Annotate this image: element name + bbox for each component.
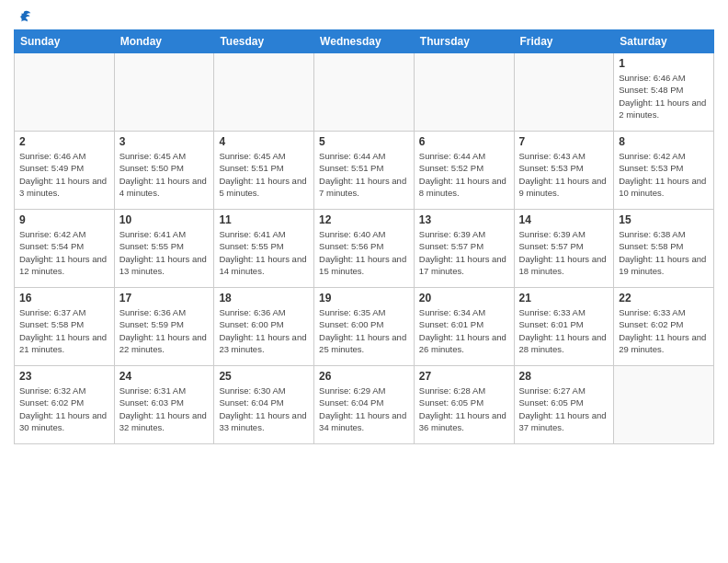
day-number: 27: [419, 370, 509, 383]
day-number: 18: [219, 292, 309, 304]
calendar-cell: [15, 53, 115, 132]
calendar-cell: 27Sunrise: 6:28 AM Sunset: 6:05 PM Dayli…: [414, 366, 514, 444]
day-number: 9: [19, 213, 109, 226]
day-info: Sunrise: 6:33 AM Sunset: 6:01 PM Dayligh…: [519, 306, 609, 355]
day-number: 4: [219, 135, 309, 148]
day-info: Sunrise: 6:46 AM Sunset: 5:48 PM Dayligh…: [619, 72, 709, 121]
day-info: Sunrise: 6:45 AM Sunset: 5:50 PM Dayligh…: [119, 150, 210, 199]
calendar-cell: [514, 53, 614, 132]
weekday-header-saturday: Saturday: [614, 30, 714, 53]
calendar-week-row: 23Sunrise: 6:32 AM Sunset: 6:02 PM Dayli…: [15, 366, 714, 444]
day-number: 20: [419, 292, 509, 304]
day-info: Sunrise: 6:41 AM Sunset: 5:55 PM Dayligh…: [219, 228, 309, 277]
day-number: 22: [619, 292, 709, 304]
day-info: Sunrise: 6:32 AM Sunset: 6:02 PM Dayligh…: [19, 385, 109, 433]
day-number: 13: [419, 213, 509, 226]
calendar-cell: 9Sunrise: 6:42 AM Sunset: 5:54 PM Daylig…: [15, 210, 115, 288]
calendar-cell: 28Sunrise: 6:27 AM Sunset: 6:05 PM Dayli…: [514, 366, 614, 444]
logo: [14, 9, 32, 26]
calendar-cell: 24Sunrise: 6:31 AM Sunset: 6:03 PM Dayli…: [114, 366, 214, 444]
day-number: 7: [519, 135, 609, 148]
calendar-cell: 13Sunrise: 6:39 AM Sunset: 5:57 PM Dayli…: [414, 210, 514, 288]
day-info: Sunrise: 6:28 AM Sunset: 6:05 PM Dayligh…: [419, 385, 509, 433]
day-info: Sunrise: 6:33 AM Sunset: 6:02 PM Dayligh…: [619, 306, 709, 355]
day-number: 28: [519, 370, 609, 383]
weekday-header-row: SundayMondayTuesdayWednesdayThursdayFrid…: [15, 30, 714, 53]
calendar-cell: 6Sunrise: 6:44 AM Sunset: 5:52 PM Daylig…: [414, 132, 514, 210]
day-number: 21: [519, 292, 609, 304]
calendar-cell: 4Sunrise: 6:45 AM Sunset: 5:51 PM Daylig…: [214, 132, 314, 210]
day-info: Sunrise: 6:29 AM Sunset: 6:04 PM Dayligh…: [319, 385, 409, 433]
day-info: Sunrise: 6:36 AM Sunset: 5:59 PM Dayligh…: [119, 306, 210, 355]
calendar-cell: 25Sunrise: 6:30 AM Sunset: 6:04 PM Dayli…: [214, 366, 314, 444]
day-number: 23: [19, 370, 109, 383]
page: SundayMondayTuesdayWednesdayThursdayFrid…: [0, 0, 728, 563]
calendar-table: SundayMondayTuesdayWednesdayThursdayFrid…: [14, 29, 714, 444]
day-info: Sunrise: 6:37 AM Sunset: 5:58 PM Dayligh…: [19, 306, 109, 355]
weekday-header-monday: Monday: [114, 30, 214, 53]
calendar-cell: 8Sunrise: 6:42 AM Sunset: 5:53 PM Daylig…: [614, 132, 714, 210]
day-number: 19: [319, 292, 409, 304]
calendar-cell: 22Sunrise: 6:33 AM Sunset: 6:02 PM Dayli…: [614, 288, 714, 366]
calendar-week-row: 1Sunrise: 6:46 AM Sunset: 5:48 PM Daylig…: [15, 53, 714, 132]
calendar-cell: 19Sunrise: 6:35 AM Sunset: 6:00 PM Dayli…: [314, 288, 415, 366]
day-number: 5: [319, 135, 409, 148]
calendar-cell: [314, 53, 415, 132]
weekday-header-sunday: Sunday: [15, 30, 115, 53]
calendar-week-row: 2Sunrise: 6:46 AM Sunset: 5:49 PM Daylig…: [15, 132, 714, 210]
calendar-cell: 17Sunrise: 6:36 AM Sunset: 5:59 PM Dayli…: [114, 288, 214, 366]
day-info: Sunrise: 6:30 AM Sunset: 6:04 PM Dayligh…: [219, 385, 309, 433]
day-number: 25: [219, 370, 309, 383]
weekday-header-tuesday: Tuesday: [214, 30, 314, 53]
calendar-cell: 10Sunrise: 6:41 AM Sunset: 5:55 PM Dayli…: [114, 210, 214, 288]
calendar-cell: 23Sunrise: 6:32 AM Sunset: 6:02 PM Dayli…: [15, 366, 115, 444]
calendar-cell: 7Sunrise: 6:43 AM Sunset: 5:53 PM Daylig…: [514, 132, 614, 210]
day-number: 1: [619, 57, 709, 70]
calendar-cell: 2Sunrise: 6:46 AM Sunset: 5:49 PM Daylig…: [15, 132, 115, 210]
calendar-week-row: 16Sunrise: 6:37 AM Sunset: 5:58 PM Dayli…: [15, 288, 714, 366]
calendar-cell: 11Sunrise: 6:41 AM Sunset: 5:55 PM Dayli…: [214, 210, 314, 288]
day-info: Sunrise: 6:44 AM Sunset: 5:51 PM Dayligh…: [319, 150, 409, 199]
calendar-cell: 14Sunrise: 6:39 AM Sunset: 5:57 PM Dayli…: [514, 210, 614, 288]
day-info: Sunrise: 6:35 AM Sunset: 6:00 PM Dayligh…: [319, 306, 409, 355]
day-number: 17: [119, 292, 210, 304]
day-number: 12: [319, 213, 409, 226]
day-number: 16: [19, 292, 109, 304]
calendar-cell: [114, 53, 214, 132]
day-number: 2: [19, 135, 109, 148]
calendar-cell: 18Sunrise: 6:36 AM Sunset: 6:00 PM Dayli…: [214, 288, 314, 366]
weekday-header-thursday: Thursday: [414, 30, 514, 53]
calendar-cell: 3Sunrise: 6:45 AM Sunset: 5:50 PM Daylig…: [114, 132, 214, 210]
calendar-cell: 26Sunrise: 6:29 AM Sunset: 6:04 PM Dayli…: [314, 366, 415, 444]
day-info: Sunrise: 6:42 AM Sunset: 5:53 PM Dayligh…: [619, 150, 709, 199]
calendar-cell: 20Sunrise: 6:34 AM Sunset: 6:01 PM Dayli…: [414, 288, 514, 366]
calendar-cell: 1Sunrise: 6:46 AM Sunset: 5:48 PM Daylig…: [614, 53, 714, 132]
calendar-cell: [214, 53, 314, 132]
day-info: Sunrise: 6:34 AM Sunset: 6:01 PM Dayligh…: [419, 306, 509, 355]
day-number: 15: [619, 213, 709, 226]
day-info: Sunrise: 6:46 AM Sunset: 5:49 PM Dayligh…: [19, 150, 109, 199]
day-info: Sunrise: 6:40 AM Sunset: 5:56 PM Dayligh…: [319, 228, 409, 277]
calendar-cell: 15Sunrise: 6:38 AM Sunset: 5:58 PM Dayli…: [614, 210, 714, 288]
day-number: 26: [319, 370, 409, 383]
day-number: 8: [619, 135, 709, 148]
day-info: Sunrise: 6:39 AM Sunset: 5:57 PM Dayligh…: [419, 228, 509, 277]
day-info: Sunrise: 6:27 AM Sunset: 6:05 PM Dayligh…: [519, 385, 609, 433]
logo-bird-icon: [16, 9, 32, 26]
day-info: Sunrise: 6:31 AM Sunset: 6:03 PM Dayligh…: [119, 385, 210, 433]
weekday-header-friday: Friday: [514, 30, 614, 53]
calendar-week-row: 9Sunrise: 6:42 AM Sunset: 5:54 PM Daylig…: [15, 210, 714, 288]
calendar-cell: 21Sunrise: 6:33 AM Sunset: 6:01 PM Dayli…: [514, 288, 614, 366]
day-number: 3: [119, 135, 210, 148]
day-info: Sunrise: 6:39 AM Sunset: 5:57 PM Dayligh…: [519, 228, 609, 277]
day-number: 10: [119, 213, 210, 226]
day-info: Sunrise: 6:45 AM Sunset: 5:51 PM Dayligh…: [219, 150, 309, 199]
day-info: Sunrise: 6:36 AM Sunset: 6:00 PM Dayligh…: [219, 306, 309, 355]
day-number: 11: [219, 213, 309, 226]
calendar-cell: [414, 53, 514, 132]
calendar-cell: 16Sunrise: 6:37 AM Sunset: 5:58 PM Dayli…: [15, 288, 115, 366]
weekday-header-wednesday: Wednesday: [314, 30, 415, 53]
calendar-cell: 5Sunrise: 6:44 AM Sunset: 5:51 PM Daylig…: [314, 132, 415, 210]
day-number: 6: [419, 135, 509, 148]
day-info: Sunrise: 6:38 AM Sunset: 5:58 PM Dayligh…: [619, 228, 709, 277]
